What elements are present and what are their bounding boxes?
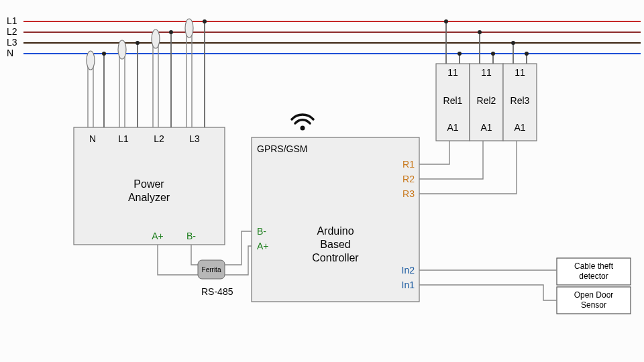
pa-title2: Analyzer bbox=[128, 192, 170, 203]
rel1-name: Rel1 bbox=[443, 95, 463, 106]
bus-label-l3: L3 bbox=[7, 37, 17, 48]
svg-point-9 bbox=[511, 41, 515, 45]
ctrl-title2: Based bbox=[320, 239, 350, 250]
rel1-coil: A1 bbox=[447, 122, 458, 133]
theft-l1: Cable theft bbox=[574, 261, 614, 271]
theft-l2: detector bbox=[579, 272, 608, 281]
svg-point-30 bbox=[301, 126, 305, 131]
bus-label-n: N bbox=[7, 48, 13, 58]
rel1-contact: 11 bbox=[447, 67, 458, 78]
svg-point-3 bbox=[458, 52, 462, 56]
pa-term-l2: L2 bbox=[154, 133, 164, 144]
ct-l3 bbox=[185, 19, 193, 38]
ctrl-title1: Arduino bbox=[317, 225, 354, 237]
rel3-name: Rel3 bbox=[511, 95, 530, 106]
pa-a-plus: A+ bbox=[152, 231, 164, 241]
svg-point-1 bbox=[444, 19, 448, 23]
rel3-contact: 11 bbox=[515, 67, 525, 78]
pa-term-l1: L1 bbox=[118, 133, 129, 144]
rel2-name: Rel2 bbox=[477, 95, 496, 106]
door-l2: Sensor bbox=[581, 300, 606, 310]
bus-label-l2: L2 bbox=[7, 26, 17, 37]
arduino-controller: GPRS/GSM Arduino Based Controller R1 R2 … bbox=[252, 137, 419, 302]
ctrl-in1: In1 bbox=[402, 280, 415, 290]
ferrite-label: Ferrita bbox=[202, 266, 221, 274]
relay-bus-taps bbox=[444, 19, 529, 64]
svg-point-16 bbox=[102, 52, 106, 56]
ct-l2 bbox=[152, 29, 160, 48]
ctrl-a-plus: A+ bbox=[257, 241, 269, 251]
input-wiring bbox=[419, 270, 557, 300]
ctrl-title3: Controller bbox=[312, 252, 359, 263]
bus-label-l1: L1 bbox=[7, 15, 17, 26]
rs485-label: RS-485 bbox=[201, 286, 233, 297]
power-analyzer: N L1 L2 L3 Power Analyzer A+ B- bbox=[74, 127, 225, 245]
pa-taps bbox=[87, 19, 207, 127]
wiring-diagram: L1 L2 L3 N 11 11 11 Rel1 Rel bbox=[0, 0, 644, 362]
svg-point-7 bbox=[491, 52, 495, 56]
wifi-icon bbox=[292, 115, 313, 130]
ctrl-r2: R2 bbox=[402, 174, 415, 184]
relay-block: 11 11 11 Rel1 Rel2 Rel3 A1 A1 A1 bbox=[436, 64, 537, 141]
pa-title1: Power bbox=[133, 178, 164, 190]
svg-point-5 bbox=[478, 30, 482, 34]
rel2-contact: 11 bbox=[481, 67, 492, 78]
relay-wiring bbox=[419, 141, 517, 194]
ct-n bbox=[87, 51, 95, 70]
svg-point-24 bbox=[169, 30, 173, 34]
ctrl-r3: R3 bbox=[402, 188, 415, 199]
ct-l1 bbox=[118, 40, 126, 59]
svg-point-11 bbox=[525, 52, 529, 56]
ctrl-b-minus: B- bbox=[257, 226, 266, 237]
svg-rect-29 bbox=[252, 137, 419, 302]
sensor-boxes: Cable theft detector Open Door Sensor bbox=[557, 258, 631, 314]
ctrl-r1: R1 bbox=[402, 159, 415, 170]
ctrl-in2: In2 bbox=[402, 265, 415, 276]
svg-point-28 bbox=[203, 19, 207, 23]
ctrl-comm: GPRS/GSM bbox=[257, 143, 307, 154]
bus-lines: L1 L2 L3 N bbox=[7, 15, 641, 58]
pa-term-n: N bbox=[89, 133, 96, 144]
pa-b-minus: B- bbox=[186, 231, 196, 241]
rel2-coil: A1 bbox=[480, 122, 492, 133]
svg-point-20 bbox=[136, 41, 140, 45]
pa-term-l3: L3 bbox=[189, 133, 200, 144]
door-l1: Open Door bbox=[574, 290, 614, 300]
rel3-coil: A1 bbox=[514, 122, 525, 133]
